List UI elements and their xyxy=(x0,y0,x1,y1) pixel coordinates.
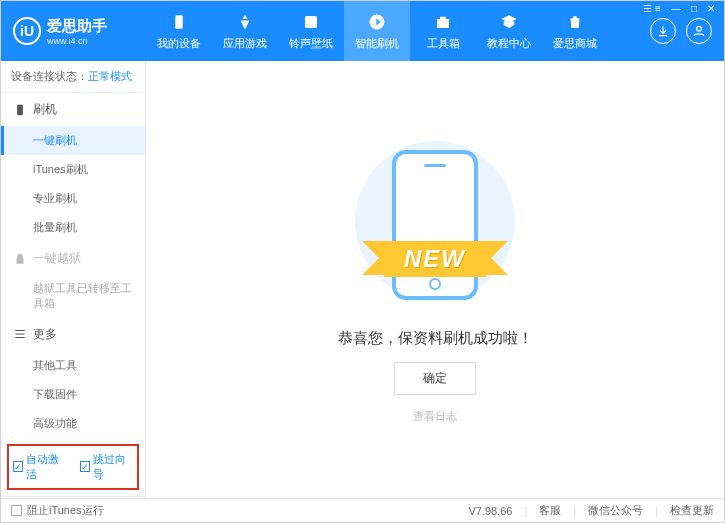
store-icon xyxy=(565,12,585,32)
main-content: NEW 恭喜您，保资料刷机成功啦！ 确定 查看日志 xyxy=(146,61,724,498)
nav-my-device[interactable]: 我的设备 xyxy=(146,1,212,61)
section-jailbreak: 一键越狱 xyxy=(1,242,145,275)
checkbox-skip-guide[interactable]: ✓ 跳过向导 xyxy=(80,452,133,482)
tutorial-icon xyxy=(499,12,519,32)
svg-rect-0 xyxy=(175,15,183,29)
svg-point-2 xyxy=(697,26,702,31)
new-ribbon: NEW xyxy=(384,241,486,277)
check-update-link[interactable]: 检查更新 xyxy=(670,503,714,518)
sidebar-item-advanced[interactable]: 高级功能 xyxy=(1,409,145,438)
user-button[interactable] xyxy=(686,18,712,44)
nav-label: 工具箱 xyxy=(427,36,460,51)
options-highlight-box: ✓ 自动激活 ✓ 跳过向导 xyxy=(7,444,139,490)
footer: 阻止iTunes运行 V7.98.66 | 客服 | 微信公众号 | 检查更新 xyxy=(1,498,724,522)
status-value: 正常模式 xyxy=(88,70,132,82)
sidebar-item-other-tools[interactable]: 其他工具 xyxy=(1,351,145,380)
nav-store[interactable]: 爱思商城 xyxy=(542,1,608,61)
service-link[interactable]: 客服 xyxy=(539,503,561,518)
sidebar-item-oneclick-flash[interactable]: 一键刷机 xyxy=(1,126,145,155)
app-name: 爱思助手 xyxy=(47,17,107,36)
lock-icon xyxy=(13,252,27,266)
nav-label: 爱思商城 xyxy=(553,36,597,51)
close-icon[interactable]: ✕ xyxy=(704,3,718,14)
main-nav: 我的设备 应用游戏 铃声壁纸 智能刷机 工具箱 教程中心 爱思商城 xyxy=(146,1,650,61)
wallpaper-icon xyxy=(301,12,321,32)
jailbreak-note: 越狱工具已转移至工具箱 xyxy=(1,275,145,318)
sidebar-item-batch-flash[interactable]: 批量刷机 xyxy=(1,213,145,242)
checkbox-label: 跳过向导 xyxy=(93,452,133,482)
device-icon xyxy=(169,12,189,32)
checkbox-auto-activate[interactable]: ✓ 自动激活 xyxy=(13,452,66,482)
checkbox-label: 自动激活 xyxy=(26,452,66,482)
nav-apps-games[interactable]: 应用游戏 xyxy=(212,1,278,61)
ok-button[interactable]: 确定 xyxy=(394,362,476,395)
nav-label: 我的设备 xyxy=(157,36,201,51)
minimize-icon[interactable]: — xyxy=(668,3,684,14)
more-icon xyxy=(13,327,27,341)
nav-tutorials[interactable]: 教程中心 xyxy=(476,1,542,61)
section-flash[interactable]: 刷机 xyxy=(1,93,145,126)
menu-icon[interactable]: ☰ ≡ xyxy=(640,3,664,14)
nav-label: 智能刷机 xyxy=(355,36,399,51)
section-label: 刷机 xyxy=(33,101,57,118)
success-illustration: NEW xyxy=(355,135,515,315)
nav-ringtones[interactable]: 铃声壁纸 xyxy=(278,1,344,61)
version-label: V7.98.66 xyxy=(468,505,512,517)
app-url: www.i4.cn xyxy=(47,36,107,46)
apps-icon xyxy=(235,12,255,32)
section-label: 更多 xyxy=(33,326,57,343)
checkbox-icon: ✓ xyxy=(13,461,23,472)
app-header: ☰ ≡ — □ ✕ iU 爱思助手 www.i4.cn 我的设备 应用游戏 铃声… xyxy=(1,1,724,61)
checkbox-icon: ✓ xyxy=(80,461,90,472)
checkbox-block-itunes[interactable] xyxy=(11,505,22,516)
flash-icon xyxy=(367,12,387,32)
sidebar-item-pro-flash[interactable]: 专业刷机 xyxy=(1,184,145,213)
download-button[interactable] xyxy=(650,18,676,44)
connection-status: 设备连接状态：正常模式 xyxy=(1,61,145,93)
sidebar: 设备连接状态：正常模式 刷机 一键刷机 iTunes刷机 专业刷机 批量刷机 一… xyxy=(1,61,146,498)
nav-label: 应用游戏 xyxy=(223,36,267,51)
section-label: 一键越狱 xyxy=(33,250,81,267)
success-message: 恭喜您，保资料刷机成功啦！ xyxy=(338,329,533,348)
logo-area: iU 爱思助手 www.i4.cn xyxy=(1,17,146,46)
status-label: 设备连接状态： xyxy=(11,70,88,82)
nav-label: 铃声壁纸 xyxy=(289,36,333,51)
sidebar-item-itunes-flash[interactable]: iTunes刷机 xyxy=(1,155,145,184)
sidebar-item-download-firmware[interactable]: 下载固件 xyxy=(1,380,145,409)
nav-smart-flash[interactable]: 智能刷机 xyxy=(344,1,410,61)
svg-rect-3 xyxy=(17,104,23,115)
section-more[interactable]: 更多 xyxy=(1,318,145,351)
device-block[interactable]: iPhone 12 mini 64GB Down-12mini-13,1 xyxy=(1,496,145,498)
toolbox-icon xyxy=(433,12,453,32)
wechat-link[interactable]: 微信公众号 xyxy=(588,503,643,518)
window-controls: ☰ ≡ — □ ✕ xyxy=(640,3,718,14)
svg-rect-1 xyxy=(305,16,317,28)
header-right xyxy=(650,18,724,44)
nav-toolbox[interactable]: 工具箱 xyxy=(410,1,476,61)
phone-icon xyxy=(13,103,27,117)
nav-label: 教程中心 xyxy=(487,36,531,51)
logo-icon: iU xyxy=(13,17,41,45)
block-itunes-label: 阻止iTunes运行 xyxy=(27,503,104,518)
maximize-icon[interactable]: □ xyxy=(688,3,700,14)
view-log-link[interactable]: 查看日志 xyxy=(413,409,457,424)
